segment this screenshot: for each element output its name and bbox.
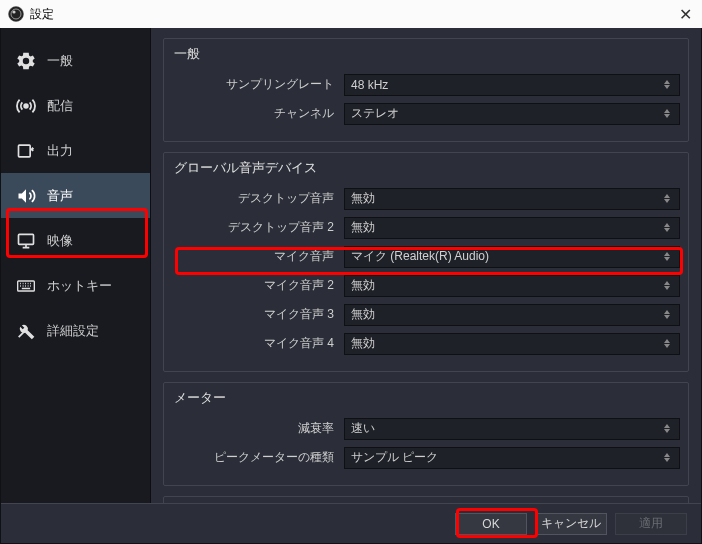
select-value: 無効 — [351, 335, 375, 352]
group-title-meter: メーター — [172, 389, 680, 407]
group-advanced: 詳細設定 モニタリングデバイス 既定 — [163, 496, 689, 503]
field-mic-audio-1: マイク音声 マイク (Realtek(R) Audio) — [172, 243, 680, 270]
select-value: 無効 — [351, 219, 375, 236]
select-value: マイク (Realtek(R) Audio) — [351, 248, 489, 265]
label-decay: 減衰率 — [172, 420, 344, 437]
spinner-icon — [661, 424, 673, 433]
label-sample-rate: サンプリングレート — [172, 76, 344, 93]
sidebar-item-label: 詳細設定 — [47, 322, 99, 340]
select-channel[interactable]: ステレオ — [344, 103, 680, 125]
select-peak-type[interactable]: サンプル ピーク — [344, 447, 680, 469]
select-mic-audio-4[interactable]: 無効 — [344, 333, 680, 355]
sidebar-item-advanced[interactable]: 詳細設定 — [1, 308, 150, 353]
select-value: サンプル ピーク — [351, 449, 438, 466]
field-channel: チャンネル ステレオ — [172, 100, 680, 127]
content-panel: 一般 サンプリングレート 48 kHz チャンネル ステレオ グローバル音声デバ… — [151, 28, 701, 503]
sidebar-item-video[interactable]: 映像 — [1, 218, 150, 263]
spinner-icon — [661, 453, 673, 462]
spinner-icon — [661, 252, 673, 261]
broadcast-icon — [15, 96, 37, 116]
label-mic-audio-3: マイク音声 3 — [172, 306, 344, 323]
sidebar-item-label: ホットキー — [47, 277, 112, 295]
spinner-icon — [661, 109, 673, 118]
label-desktop-audio-2: デスクトップ音声 2 — [172, 219, 344, 236]
field-peak-type: ピークメーターの種類 サンプル ピーク — [172, 444, 680, 471]
spinner-icon — [661, 223, 673, 232]
group-meter: メーター 減衰率 速い ピークメーターの種類 サンプル ピーク — [163, 382, 689, 486]
group-title-general: 一般 — [172, 45, 680, 63]
speaker-icon — [15, 186, 37, 206]
field-desktop-audio-1: デスクトップ音声 無効 — [172, 185, 680, 212]
label-channel: チャンネル — [172, 105, 344, 122]
label-peak-type: ピークメーターの種類 — [172, 449, 344, 466]
label-mic-audio-2: マイク音声 2 — [172, 277, 344, 294]
apply-button[interactable]: 適用 — [615, 513, 687, 535]
field-mic-audio-2: マイク音声 2 無効 — [172, 272, 680, 299]
select-value: 無効 — [351, 277, 375, 294]
field-desktop-audio-2: デスクトップ音声 2 無効 — [172, 214, 680, 241]
select-value: 速い — [351, 420, 375, 437]
spinner-icon — [661, 194, 673, 203]
ok-button[interactable]: OK — [455, 513, 527, 535]
svg-point-2 — [12, 10, 15, 13]
tools-icon — [15, 321, 37, 341]
select-sample-rate[interactable]: 48 kHz — [344, 74, 680, 96]
sidebar-item-stream[interactable]: 配信 — [1, 83, 150, 128]
spinner-icon — [661, 310, 673, 319]
keyboard-icon — [15, 276, 37, 296]
field-mic-audio-3: マイク音声 3 無効 — [172, 301, 680, 328]
label-desktop-audio-1: デスクトップ音声 — [172, 190, 344, 207]
field-mic-audio-4: マイク音声 4 無効 — [172, 330, 680, 357]
svg-rect-5 — [19, 234, 34, 244]
sidebar-item-hotkeys[interactable]: ホットキー — [1, 263, 150, 308]
group-general: 一般 サンプリングレート 48 kHz チャンネル ステレオ — [163, 38, 689, 142]
sidebar-item-label: 音声 — [47, 187, 73, 205]
select-desktop-audio-2[interactable]: 無効 — [344, 217, 680, 239]
monitor-icon — [15, 231, 37, 251]
sidebar-item-label: 配信 — [47, 97, 73, 115]
select-desktop-audio-1[interactable]: 無効 — [344, 188, 680, 210]
obs-logo-icon — [8, 6, 24, 22]
spinner-icon — [661, 80, 673, 89]
spinner-icon — [661, 281, 673, 290]
output-icon — [15, 141, 37, 161]
sidebar-item-label: 映像 — [47, 232, 73, 250]
close-button[interactable]: ✕ — [679, 5, 692, 24]
spinner-icon — [661, 339, 673, 348]
main-area: 一般 配信 出力 音声 映像 — [1, 28, 701, 503]
select-value: 無効 — [351, 306, 375, 323]
svg-point-3 — [24, 104, 28, 108]
window-body: 一般 配信 出力 音声 映像 — [0, 28, 702, 544]
group-title-devices: グローバル音声デバイス — [172, 159, 680, 177]
select-mic-audio-1[interactable]: マイク (Realtek(R) Audio) — [344, 246, 680, 268]
label-mic-audio-4: マイク音声 4 — [172, 335, 344, 352]
select-value: ステレオ — [351, 105, 399, 122]
sidebar: 一般 配信 出力 音声 映像 — [1, 28, 151, 503]
window-title: 設定 — [30, 6, 54, 23]
field-sample-rate: サンプリングレート 48 kHz — [172, 71, 680, 98]
select-mic-audio-2[interactable]: 無効 — [344, 275, 680, 297]
gear-icon — [15, 51, 37, 71]
select-mic-audio-3[interactable]: 無効 — [344, 304, 680, 326]
cancel-button[interactable]: キャンセル — [535, 513, 607, 535]
group-global-audio-devices: グローバル音声デバイス デスクトップ音声 無効 デスクトップ音声 2 無効 マイ… — [163, 152, 689, 372]
select-value: 無効 — [351, 190, 375, 207]
titlebar: 設定 ✕ — [0, 0, 702, 28]
label-mic-audio-1: マイク音声 — [172, 248, 344, 265]
svg-rect-4 — [19, 145, 31, 157]
sidebar-item-label: 出力 — [47, 142, 73, 160]
sidebar-item-label: 一般 — [47, 52, 73, 70]
sidebar-item-audio[interactable]: 音声 — [1, 173, 150, 218]
sidebar-item-general[interactable]: 一般 — [1, 38, 150, 83]
sidebar-item-output[interactable]: 出力 — [1, 128, 150, 173]
footer: OK キャンセル 適用 — [1, 503, 701, 543]
select-decay[interactable]: 速い — [344, 418, 680, 440]
field-decay: 減衰率 速い — [172, 415, 680, 442]
select-value: 48 kHz — [351, 78, 388, 92]
